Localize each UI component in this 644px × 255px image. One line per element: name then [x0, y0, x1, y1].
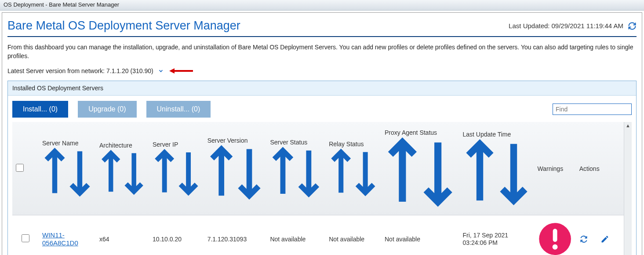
upgrade-button[interactable]: Upgrade (0)	[78, 101, 136, 118]
version-prefix: Latest Server version from network:	[7, 67, 105, 74]
last-updated: Last Updated: 09/29/2021 11:19:44 AM	[509, 22, 637, 30]
sort-icon	[270, 146, 322, 198]
last-updated-prefix: Last Updated:	[509, 22, 549, 30]
sort-icon	[463, 138, 531, 206]
row-checkbox[interactable]	[22, 234, 29, 242]
col-select	[12, 122, 39, 215]
col-warnings: Warnings	[534, 122, 576, 215]
grid-wrap: Server Name Architecture Server IP Serve…	[12, 122, 632, 255]
col-architecture[interactable]: Architecture	[96, 122, 149, 215]
sort-icon	[153, 148, 200, 196]
chevron-down-icon[interactable]	[158, 68, 164, 74]
col-last-update[interactable]: Last Update Time	[459, 122, 534, 215]
refresh-icon[interactable]	[628, 22, 637, 30]
sort-icon	[385, 137, 456, 208]
col-server-ip[interactable]: Server IP	[149, 122, 204, 215]
svg-rect-1	[553, 229, 557, 242]
vertical-scrollbar[interactable]: ▲ ▼	[624, 122, 632, 255]
sort-icon	[42, 147, 92, 197]
col-relay-status[interactable]: Relay Status	[325, 122, 381, 215]
warning-icon[interactable]	[538, 222, 572, 255]
cell-warnings	[534, 215, 576, 255]
find-input[interactable]	[553, 103, 632, 115]
svg-point-2	[552, 244, 557, 250]
select-all-checkbox[interactable]	[16, 164, 24, 172]
version-line: Latest Server version from network: 7.1.…	[7, 67, 637, 74]
server-name-link[interactable]: WIN11-	[42, 231, 65, 239]
cell-proxy-status: Not available	[381, 215, 459, 255]
col-server-version[interactable]: Server Version	[204, 122, 267, 215]
cell-ip: 10.10.0.20	[149, 215, 204, 255]
install-button[interactable]: Install... (0)	[12, 101, 68, 118]
scroll-up-icon[interactable]: ▲	[626, 122, 630, 129]
server-name-link[interactable]: 056A8C1D0	[42, 239, 78, 247]
last-updated-value: 09/29/2021 11:19:44 AM	[552, 22, 623, 30]
sync-icon[interactable]	[579, 235, 588, 244]
cell-version: 7.1.120.31093	[204, 215, 267, 255]
cell-actions	[576, 215, 623, 255]
sort-icon	[207, 144, 263, 200]
sort-icon	[99, 149, 146, 196]
table-row: WIN11-056A8C1D0x6410.10.0.207.1.120.3109…	[12, 215, 632, 255]
page-header: Bare Metal OS Deployment Server Manager …	[7, 19, 637, 37]
col-server-status[interactable]: Server Status	[266, 122, 325, 215]
col-actions: Actions	[576, 122, 623, 215]
window-title: OS Deployment - Bare Metal Server Manage…	[4, 1, 119, 8]
servers-panel: Installed OS Deployment Servers Install.…	[7, 81, 637, 255]
edit-icon[interactable]	[600, 235, 609, 244]
panel-title: Installed OS Deployment Servers	[8, 81, 636, 96]
col-server-name[interactable]: Server Name	[39, 122, 96, 215]
panel-body: Install... (0) Upgrade (0) Uninstall... …	[8, 96, 636, 255]
sort-icon	[329, 148, 378, 197]
annotation-arrow-icon	[168, 68, 194, 74]
toolbar: Install... (0) Upgrade (0) Uninstall... …	[12, 101, 632, 118]
col-proxy-status[interactable]: Proxy Agent Status	[381, 122, 459, 215]
servers-table: Server Name Architecture Server IP Serve…	[12, 122, 632, 255]
version-value: 7.1.1.20 (310.90)	[106, 67, 153, 74]
page-title: Bare Metal OS Deployment Server Manager	[7, 19, 240, 33]
cell-server-status: Not available	[266, 215, 325, 255]
description: From this dashboard you can manage the i…	[7, 43, 637, 60]
cell-relay-status: Not available	[325, 215, 381, 255]
cell-arch: x64	[96, 215, 149, 255]
uninstall-button[interactable]: Uninstall... (0)	[146, 101, 211, 118]
cell-last-update: Fri, 17 Sep 202103:24:06 PM	[459, 215, 534, 255]
content-wrap: Bare Metal OS Deployment Server Manager …	[2, 12, 642, 255]
window-titlebar: OS Deployment - Bare Metal Server Manage…	[0, 0, 644, 11]
